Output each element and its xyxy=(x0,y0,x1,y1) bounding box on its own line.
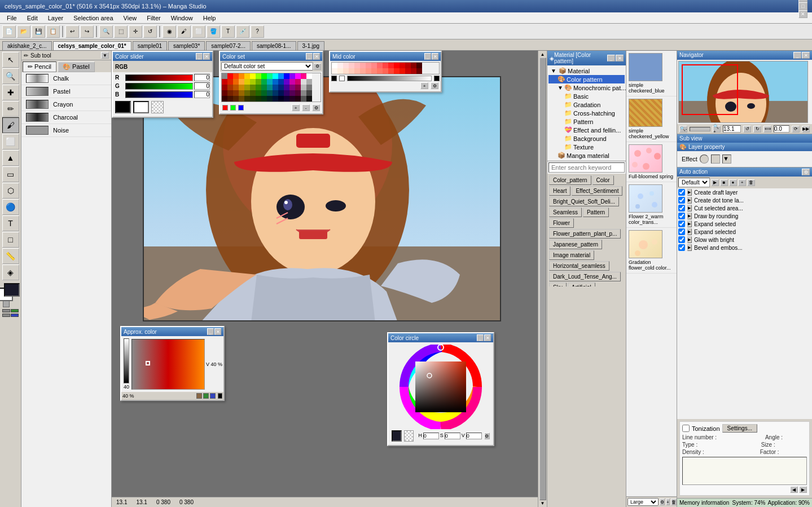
swatch[interactable] xyxy=(273,96,278,102)
effect-checkbox[interactable] xyxy=(711,155,720,164)
swatch[interactable] xyxy=(244,85,250,90)
mid-swatch[interactable] xyxy=(371,68,377,74)
swatch[interactable] xyxy=(233,85,239,90)
mid-swatch[interactable] xyxy=(405,63,411,68)
swatch[interactable] xyxy=(289,96,295,102)
mid-swatch[interactable] xyxy=(360,68,366,74)
swatch[interactable] xyxy=(244,90,250,96)
toolbar-brush[interactable]: 🖌 xyxy=(177,25,191,38)
sub-tool-chalk[interactable]: Chalk xyxy=(21,72,111,85)
mid-swatch[interactable] xyxy=(332,68,337,74)
toolbar-pen-size[interactable]: ◉ xyxy=(163,25,176,38)
swatch[interactable] xyxy=(284,85,289,90)
swatch[interactable] xyxy=(273,73,278,79)
swatch[interactable] xyxy=(250,96,256,102)
nav-more-btn[interactable]: ▶▶ xyxy=(802,126,810,133)
nav-flip-h[interactable]: ⟺ xyxy=(763,126,771,133)
color-circle-close[interactable]: ✕ xyxy=(484,334,491,341)
mid-swatch[interactable] xyxy=(366,68,371,74)
tag-color[interactable]: Color xyxy=(592,175,614,185)
swatch[interactable] xyxy=(267,79,273,85)
nav-zoom-in-btn[interactable]: 🔍+ xyxy=(713,126,721,133)
tag-flower-pattern[interactable]: Flower_pattern_plant_p... xyxy=(549,229,621,239)
toolbar-fill[interactable]: 🪣 xyxy=(207,25,220,38)
color-circle-min[interactable]: _ xyxy=(477,334,484,341)
tag-effect-sentiment[interactable]: Effect_Sentiment xyxy=(572,186,622,196)
aa-play-btn[interactable]: ▶ xyxy=(711,179,719,186)
nav-min-btn[interactable]: _ xyxy=(793,52,801,59)
toolbar-text[interactable]: T xyxy=(221,25,235,38)
tool-pen[interactable]: ✏ xyxy=(2,101,19,117)
mid-swatch[interactable] xyxy=(405,68,411,74)
thumb-spring[interactable]: Full-bloomed spring xyxy=(626,142,677,182)
action-expand-expand2[interactable]: ▶ xyxy=(687,228,692,235)
tone-prev-btn[interactable]: ◀ xyxy=(790,486,798,493)
swatch[interactable] xyxy=(233,96,239,102)
swatch[interactable] xyxy=(301,79,306,85)
tag-flower[interactable]: Flower xyxy=(549,218,574,228)
swatch[interactable] xyxy=(256,85,261,90)
menu-window[interactable]: Window xyxy=(166,14,197,23)
menu-help[interactable]: Help xyxy=(199,14,221,23)
toolbar-new[interactable]: 📄 xyxy=(2,25,16,38)
swatch[interactable] xyxy=(278,73,284,79)
action-cb-draft[interactable] xyxy=(678,189,685,196)
cc-h-input[interactable] xyxy=(423,433,439,439)
menu-edit[interactable]: Edit xyxy=(23,14,42,23)
tree-manga[interactable]: 📦 Manga material xyxy=(548,151,625,160)
swatch[interactable] xyxy=(306,73,312,79)
action-expand-draft[interactable]: ▶ xyxy=(687,189,692,196)
transparent-swatch[interactable] xyxy=(3,301,10,307)
action-cb-glow[interactable] xyxy=(678,236,685,243)
swatch[interactable] xyxy=(306,96,312,102)
swatch[interactable] xyxy=(289,73,295,79)
aa-record-btn[interactable]: ● xyxy=(729,179,737,186)
tool-cursor[interactable]: ↖ xyxy=(2,52,19,68)
toolbar-zoom[interactable]: 🔍 xyxy=(99,25,113,38)
mid-swatch[interactable] xyxy=(354,63,360,68)
tag-pattern[interactable]: Pattern xyxy=(583,208,609,217)
swatch[interactable] xyxy=(222,96,227,102)
tool-ruler[interactable]: 📏 xyxy=(2,248,19,264)
swatch[interactable] xyxy=(250,90,256,96)
swatch[interactable] xyxy=(256,79,261,85)
aa-stop-btn[interactable]: ■ xyxy=(720,179,728,186)
color-swatch-1[interactable] xyxy=(2,309,10,312)
mid-color-menu-btn[interactable]: ⚙ xyxy=(431,82,438,89)
navigator-thumb[interactable] xyxy=(678,61,808,123)
swatch[interactable] xyxy=(261,73,267,79)
tool-shape[interactable]: □ xyxy=(2,232,19,248)
tag-seamless[interactable]: Seamless xyxy=(549,208,582,217)
red-swatch[interactable] xyxy=(222,105,228,111)
action-expand-glow[interactable]: ▶ xyxy=(687,236,692,243)
menu-layer[interactable]: Layer xyxy=(43,14,68,23)
swatch[interactable] xyxy=(301,96,306,102)
tab-sample08[interactable]: sample08-1... xyxy=(252,41,296,50)
swatch[interactable] xyxy=(222,90,227,96)
color-set-menu-btn[interactable]: ⚙ xyxy=(312,104,320,111)
tool-eraser[interactable]: ⬜ xyxy=(2,134,19,149)
maximize-button[interactable]: □ xyxy=(798,2,807,10)
mid-swatch[interactable] xyxy=(337,68,343,74)
tool-brush-active[interactable]: 🖌 xyxy=(2,117,19,133)
toolbar-eraser[interactable]: ⬜ xyxy=(192,25,205,38)
tag-dark-loud[interactable]: Dark_Loud_Tense_Ang... xyxy=(549,272,621,281)
sub-tool-crayon[interactable]: Crayon xyxy=(21,98,111,111)
close-button[interactable]: ✕ xyxy=(798,10,807,18)
tag-image-material[interactable]: Image material xyxy=(549,250,594,260)
mid-swatch[interactable] xyxy=(388,63,394,68)
tone-next-btn[interactable]: ▶ xyxy=(799,486,807,493)
swatch[interactable] xyxy=(227,85,233,90)
toolbar-eyedrop[interactable]: 💉 xyxy=(236,25,249,38)
action-expand-cut[interactable]: ▶ xyxy=(687,205,692,211)
tree-material[interactable]: ▼ 📦 Material xyxy=(548,67,625,75)
swatch[interactable] xyxy=(295,90,301,96)
cc-fore-color[interactable] xyxy=(392,430,402,442)
swatch[interactable] xyxy=(256,90,261,96)
mid-swatch[interactable] xyxy=(337,63,343,68)
swatch[interactable] xyxy=(227,96,233,102)
tree-pattern[interactable]: 📁 Pattern xyxy=(548,117,625,126)
swatch[interactable] xyxy=(306,79,312,85)
mid-swatch[interactable] xyxy=(366,63,371,68)
color-set-min[interactable]: _ xyxy=(306,53,313,60)
